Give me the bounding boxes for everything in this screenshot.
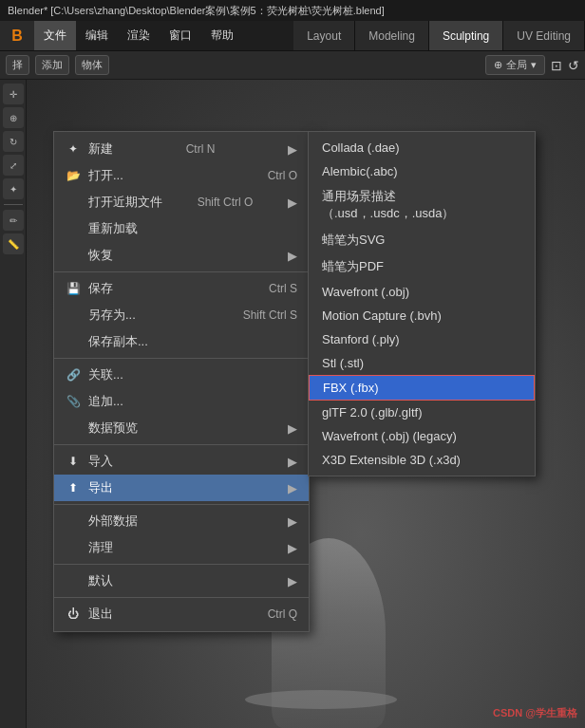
menu-item-清理[interactable]: 清理▶: [54, 534, 309, 561]
menu-label: 保存副本...: [88, 333, 148, 350]
menu-item-文件[interactable]: 文件: [34, 21, 76, 50]
export-item-通用场景描述（usd，usdc，usda）[interactable]: 通用场景描述（.usd，.usdc，.usda）: [309, 183, 535, 227]
menu-item-打开近期文件[interactable]: 打开近期文件Shift Ctrl O▶: [54, 189, 309, 215]
menu-shortcut: Shift Ctrl S: [243, 308, 297, 322]
export-item-glTF_20_glbgltf[interactable]: glTF 2.0 (.glb/.gltf): [309, 401, 535, 424]
globe-icon: ⊕: [494, 59, 502, 71]
menu-label: 外部数据: [88, 513, 138, 530]
export-item-蜡笔为PDF[interactable]: 蜡笔为PDF: [309, 253, 535, 280]
export-item-label: glTF 2.0 (.glb/.gltf): [322, 405, 422, 420]
menu-item-恢复[interactable]: 恢复▶: [54, 242, 309, 269]
menu-item-保存副本...[interactable]: 保存副本...: [54, 328, 309, 355]
submenu-arrow: ▶: [288, 249, 297, 263]
tool-transform[interactable]: ✦: [3, 178, 24, 199]
menu-item-外部数据[interactable]: 外部数据▶: [54, 508, 309, 534]
export-item-X3D_Extensible_3D_x3d[interactable]: X3D Extensible 3D (.x3d): [309, 448, 535, 472]
menu-item-打开...[interactable]: 📂打开...Ctrl O: [54, 162, 309, 189]
tool-measure[interactable]: 📏: [3, 233, 24, 254]
menu-item-退出[interactable]: ⏻退出Ctrl Q: [54, 601, 309, 627]
tool-cursor[interactable]: ✛: [3, 84, 24, 104]
workspace-tab-uv editing[interactable]: UV Editing: [503, 21, 585, 50]
export-item-FBX_fbx[interactable]: FBX (.fbx): [309, 375, 535, 401]
export-item-Collada_dae[interactable]: Collada (.dae): [309, 136, 535, 159]
menu-label: 数据预览: [88, 420, 138, 437]
menu-item-追加...[interactable]: 📎追加...: [54, 388, 309, 415]
menu-shortcut: Ctrl N: [186, 142, 216, 156]
menu-bar: 文件编辑渲染窗口帮助: [34, 21, 243, 50]
toolbar-add[interactable]: 添加: [35, 55, 69, 75]
workspace-tab-modeling[interactable]: Modeling: [355, 21, 429, 50]
export-item-蜡笔为SVG[interactable]: 蜡笔为SVG: [309, 227, 535, 253]
export-item-label: Wavefront (.obj): [322, 285, 409, 299]
menu-icon: ⬆: [66, 481, 81, 495]
export-item-Wavefront_obj[interactable]: Wavefront (.obj): [309, 280, 535, 304]
menu-item-帮助[interactable]: 帮助: [201, 21, 243, 50]
workspace-tabs: LayoutModelingSculptingUV Editing: [293, 21, 585, 50]
menu-item-默认[interactable]: 默认▶: [54, 568, 309, 594]
menu-icon: 🔗: [66, 368, 81, 382]
export-item-label: Stanford (.ply): [322, 332, 400, 346]
submenu-arrow: ▶: [288, 142, 297, 157]
export-item-Stl_stl[interactable]: Stl (.stl): [309, 351, 535, 375]
submenu-arrow: ▶: [288, 421, 297, 436]
menu-label: 打开...: [88, 167, 123, 184]
export-item-label: Alembic(.abc): [322, 164, 397, 178]
export-item-label: 蜡笔为PDF: [322, 258, 384, 275]
menu-item-窗口[interactable]: 窗口: [160, 21, 201, 50]
top-tabs: B 文件编辑渲染窗口帮助 LayoutModelingSculptingUV E…: [0, 21, 585, 51]
menu-label: 导入: [88, 453, 113, 470]
view-mode-selector[interactable]: ⊕ 全局 ▾: [485, 55, 545, 75]
watermark: CSDN @学生重格: [493, 706, 577, 720]
menu-label: 默认: [88, 572, 113, 589]
viewport[interactable]: ✦新建Ctrl N▶📂打开...Ctrl O打开近期文件Shift Ctrl O…: [27, 80, 585, 728]
left-tool-panel: ✛ ⊕ ↻ ⤢ ✦ ✏ 📏: [0, 80, 27, 728]
submenu-arrow: ▶: [288, 541, 297, 555]
export-item-Wavefront_obj_legacy[interactable]: Wavefront (.obj) (legacy): [309, 424, 535, 448]
tool-rotate[interactable]: ↻: [3, 131, 24, 152]
export-item-label: 通用场景描述（.usd，.usdc，.usda）: [322, 188, 521, 222]
menu-item-数据预览[interactable]: 数据预览▶: [54, 415, 309, 441]
workspace-tab-sculpting[interactable]: Sculpting: [429, 21, 503, 50]
menu-item-导入[interactable]: ⬇导入▶: [54, 448, 309, 475]
export-item-Stanford_ply[interactable]: Stanford (.ply): [309, 327, 535, 351]
export-item-label: Wavefront (.obj) (legacy): [322, 429, 457, 443]
submenu-arrow: ▶: [288, 574, 297, 588]
export-item-label: 蜡笔为SVG: [322, 232, 385, 249]
export-item-Motion_Capture_bvh[interactable]: Motion Capture (.bvh): [309, 304, 535, 327]
file-menu: ✦新建Ctrl N▶📂打开...Ctrl O打开近期文件Shift Ctrl O…: [53, 131, 310, 632]
menu-item-导出[interactable]: ⬆导出▶: [54, 475, 309, 501]
menu-label: 清理: [88, 539, 113, 556]
submenu-arrow: ▶: [288, 514, 297, 529]
menu-icon: ⏻: [66, 607, 81, 621]
menu-shortcut: Ctrl O: [268, 169, 297, 182]
tool-move[interactable]: ⊕: [3, 107, 24, 128]
export-item-Alembicabc[interactable]: Alembic(.abc): [309, 159, 535, 183]
menu-item-渲染[interactable]: 渲染: [118, 21, 160, 50]
title-text: Blender* [C:\Users\zhang\Desktop\Blender…: [8, 4, 385, 18]
export-submenu: Collada (.dae)Alembic(.abc)通用场景描述（.usd，.…: [308, 131, 536, 476]
menu-label: 导出: [88, 479, 113, 496]
export-item-label: FBX (.fbx): [323, 381, 379, 395]
menu-item-重新加载[interactable]: 重新加载: [54, 215, 309, 242]
menu-icon: ✦: [66, 142, 81, 156]
menu-divider-16: [54, 504, 309, 505]
menu-item-另存为...[interactable]: 另存为...Shift Ctrl S: [54, 302, 309, 328]
view-mode-label: 全局: [506, 58, 527, 72]
maximize-icon[interactable]: ⊡: [551, 58, 562, 73]
toolbar-selector[interactable]: 择: [6, 55, 29, 75]
export-item-label: Collada (.dae): [322, 140, 400, 155]
blender-logo: B: [0, 21, 34, 50]
tool-annotate[interactable]: ✏: [3, 210, 24, 231]
menu-item-保存[interactable]: 💾保存Ctrl S: [54, 275, 309, 302]
menu-item-关联...[interactable]: 🔗关联...: [54, 362, 309, 388]
toolbar-object[interactable]: 物体: [75, 55, 109, 75]
menu-icon: 📎: [66, 395, 81, 408]
workspace-tab-layout[interactable]: Layout: [293, 21, 355, 50]
menu-item-新建[interactable]: ✦新建Ctrl N▶: [54, 136, 309, 162]
menu-divider-9: [54, 358, 309, 359]
menu-icon: ⬇: [66, 455, 81, 468]
menu-shortcut: Ctrl S: [269, 282, 297, 295]
menu-item-编辑[interactable]: 编辑: [76, 21, 118, 50]
tool-scale[interactable]: ⤢: [3, 155, 24, 176]
camera-icon[interactable]: ↺: [568, 58, 579, 73]
